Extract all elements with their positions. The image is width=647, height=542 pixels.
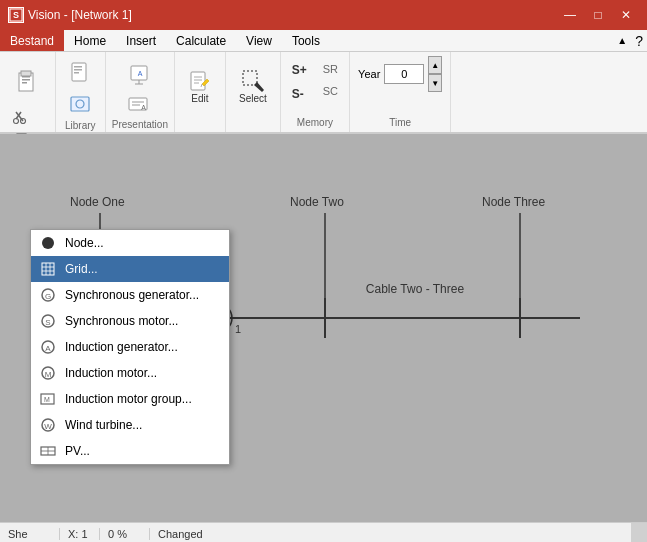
pres-btn1[interactable]: A: [123, 59, 157, 91]
ctx-wind-turbine[interactable]: W Wind turbine...: [31, 412, 229, 438]
sync-motor-icon: S: [39, 312, 57, 330]
svg-text:G: G: [45, 292, 51, 301]
ctx-sync-motor[interactable]: S Synchronous motor...: [31, 308, 229, 334]
sync-gen-icon: G: [39, 286, 57, 304]
svg-text:A: A: [141, 104, 146, 111]
library-label: Library: [65, 118, 96, 131]
ctx-grid-label: Grid...: [65, 262, 98, 276]
presentation-label: Presentation: [112, 117, 168, 130]
lib-btn2[interactable]: [63, 90, 97, 118]
menu-bestand[interactable]: Bestand: [0, 30, 64, 51]
svg-point-9: [14, 119, 19, 124]
svg-text:A: A: [45, 344, 51, 353]
svg-rect-14: [74, 66, 82, 68]
svg-text:Node Two: Node Two: [290, 195, 344, 209]
svg-rect-48: [42, 263, 54, 275]
sc-button[interactable]: SC: [318, 82, 343, 100]
window-controls: — □ ✕: [557, 5, 639, 25]
svg-marker-33: [254, 82, 264, 92]
sr-button[interactable]: SR: [318, 60, 343, 78]
ctx-ind-gen[interactable]: A Induction generator...: [31, 334, 229, 360]
ctx-ind-motor-label: Induction motor...: [65, 366, 157, 380]
svg-rect-6: [22, 82, 27, 84]
canvas-area[interactable]: Cable Two - Three 1 Node One Node Two No…: [0, 134, 647, 522]
app-icon: S: [8, 7, 24, 23]
menu-bar: Bestand Home Insert Calculate View Tools…: [0, 30, 647, 52]
minimize-button[interactable]: —: [557, 5, 583, 25]
ctx-pv-label: PV...: [65, 444, 90, 458]
ctx-sync-gen[interactable]: G Synchronous generator...: [31, 282, 229, 308]
ctx-sync-gen-label: Synchronous generator...: [65, 288, 199, 302]
ribbon-group-select: Select -: [226, 52, 280, 132]
year-input[interactable]: [384, 64, 424, 84]
edit-icon: [188, 69, 212, 93]
paste-button[interactable]: [8, 56, 46, 106]
sm-button[interactable]: S-: [287, 84, 312, 104]
resize-handle: [631, 523, 647, 543]
menu-calculate[interactable]: Calculate: [166, 30, 236, 51]
maximize-button[interactable]: □: [585, 5, 611, 25]
ribbon-collapse[interactable]: ▲ ?: [613, 33, 647, 49]
pv-icon: [39, 442, 57, 460]
status-zoom: 0 %: [100, 528, 150, 540]
wind-turbine-icon: W: [39, 416, 57, 434]
ctx-ind-motor-group-label: Induction motor group...: [65, 392, 192, 406]
svg-text:M: M: [44, 396, 50, 403]
svg-rect-3: [21, 71, 31, 76]
close-button[interactable]: ✕: [613, 5, 639, 25]
ctx-pv[interactable]: PV...: [31, 438, 229, 464]
status-x: X: 1: [60, 528, 100, 540]
pres-btn2[interactable]: A: [123, 93, 157, 115]
select-button[interactable]: Select: [232, 64, 274, 109]
svg-text:Cable Two - Three: Cable Two - Three: [366, 282, 465, 296]
paste-icon: [15, 69, 39, 93]
grid-icon: [39, 260, 57, 278]
ctx-sync-motor-label: Synchronous motor...: [65, 314, 178, 328]
status-bar: She X: 1 0 % Changed: [0, 522, 647, 542]
ribbon-group-edit: Edit -: [175, 52, 226, 132]
lib-btn1[interactable]: [63, 56, 97, 88]
svg-text:Node Three: Node Three: [482, 195, 545, 209]
memory-label: Memory: [287, 115, 343, 128]
svg-rect-17: [71, 97, 89, 111]
svg-text:A: A: [138, 70, 143, 77]
svg-rect-27: [191, 72, 205, 90]
ind-gen-icon: A: [39, 338, 57, 356]
status-sheet: She: [0, 528, 60, 540]
context-menu: Node... Grid... G: [30, 229, 230, 465]
edit-button[interactable]: Edit: [181, 64, 219, 109]
svg-text:1: 1: [235, 323, 241, 335]
select-icon: [241, 69, 265, 93]
year-down-arrow[interactable]: ▼: [428, 74, 442, 92]
ctx-ind-gen-label: Induction generator...: [65, 340, 178, 354]
ctx-grid[interactable]: Grid...: [31, 256, 229, 282]
svg-text:S: S: [13, 10, 19, 20]
svg-text:Node One: Node One: [70, 195, 125, 209]
svg-rect-32: [243, 71, 257, 85]
select-label: Select: [239, 93, 267, 104]
year-up-arrow[interactable]: ▲: [428, 56, 442, 74]
title-bar: S Vision - [Network 1] — □ ✕: [0, 0, 647, 30]
sp-button[interactable]: S+: [287, 60, 312, 80]
status-changed: Changed: [150, 528, 631, 540]
ctx-ind-motor[interactable]: M Induction motor...: [31, 360, 229, 386]
ribbon: Clipboard: [0, 52, 647, 134]
svg-point-47: [42, 237, 54, 249]
ribbon-group-presentation: A A Presentation: [106, 52, 175, 132]
window-title: Vision - [Network 1]: [28, 8, 132, 22]
svg-rect-15: [74, 69, 82, 71]
menu-view[interactable]: View: [236, 30, 282, 51]
ctx-node[interactable]: Node...: [31, 230, 229, 256]
edit-label: Edit: [191, 93, 208, 104]
svg-rect-4: [22, 76, 30, 78]
menu-tools[interactable]: Tools: [282, 30, 330, 51]
svg-text:W: W: [44, 422, 52, 431]
svg-rect-16: [74, 72, 79, 74]
ctx-ind-motor-group[interactable]: M Induction motor group...: [31, 386, 229, 412]
menu-insert[interactable]: Insert: [116, 30, 166, 51]
menu-home[interactable]: Home: [64, 30, 116, 51]
svg-text:S: S: [45, 318, 50, 327]
svg-rect-5: [22, 79, 30, 81]
cut-button[interactable]: [8, 108, 46, 128]
time-label: Time: [358, 115, 442, 128]
